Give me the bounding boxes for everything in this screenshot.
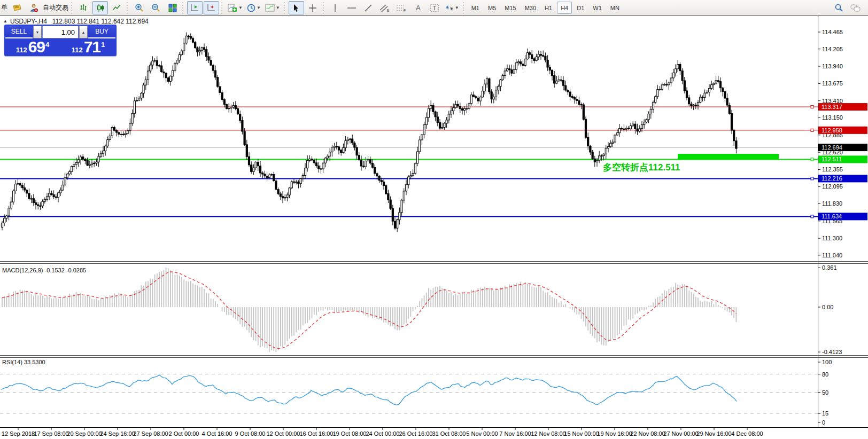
pivot-green-bar [678, 154, 779, 159]
svg-text:114.205: 114.205 [822, 46, 843, 52]
ohlc-values: 112.803 112.841 112.642 112.694 [52, 18, 149, 25]
svg-text:112.511: 112.511 [821, 156, 842, 162]
svg-text:12 Oct 00:00: 12 Oct 00:00 [267, 430, 300, 437]
rsi-line [1, 375, 737, 405]
price-axis: 114.465114.205113.940113.675113.410113.1… [818, 29, 867, 426]
chart-title: ▲USDJPY-,H4112.803 112.841 112.642 112.6… [3, 18, 149, 25]
svg-text:0.00: 0.00 [822, 304, 833, 310]
chart-canvas[interactable]: 114.465114.205113.940113.675113.410113.1… [0, 0, 868, 439]
svg-text:113.940: 113.940 [822, 63, 843, 69]
svg-text:111.300: 111.300 [822, 235, 842, 241]
svg-text:113.410: 113.410 [822, 98, 843, 104]
svg-text:4 Oct 16:00: 4 Oct 16:00 [202, 430, 232, 437]
svg-text:31 Oct 08:00: 31 Oct 08:00 [432, 430, 466, 437]
svg-text:22 Nov 08:00: 22 Nov 08:00 [630, 430, 665, 437]
chart-frame [0, 16, 868, 428]
svg-text:114.465: 114.465 [822, 29, 843, 35]
rsi-pane [0, 374, 818, 413]
svg-text:112.958: 112.958 [821, 127, 842, 134]
sell-price-big: 69 [28, 39, 45, 55]
svg-text:-0.4123: -0.4123 [822, 349, 842, 355]
svg-text:24 Sep 16:00: 24 Sep 16:00 [100, 430, 135, 437]
svg-text:27 Sep 08:00: 27 Sep 08:00 [133, 430, 168, 437]
sell-price-small: 112 [16, 46, 27, 53]
svg-text:29 Nov 16:00: 29 Nov 16:00 [696, 430, 731, 437]
macd-histogram [2, 268, 736, 352]
svg-text:0.361: 0.361 [822, 264, 837, 271]
svg-text:19 Oct 08:00: 19 Oct 08:00 [333, 430, 367, 437]
rsi-indicator-label: RSI(14) 33.5300 [2, 359, 45, 365]
buy-button[interactable]: BUY [88, 26, 115, 38]
svg-text:50: 50 [822, 389, 828, 396]
svg-text:80: 80 [822, 371, 828, 378]
svg-text:16 Oct 16:00: 16 Oct 16:00 [300, 430, 334, 437]
symbol-timeframe-label: USDJPY-,H4 [10, 18, 47, 25]
svg-text:111.040: 111.040 [822, 252, 842, 258]
candlestick-series [1, 32, 737, 232]
svg-text:112.694: 112.694 [821, 144, 842, 151]
svg-text:19 Nov 16:00: 19 Nov 16:00 [597, 430, 632, 437]
svg-text:27 Nov 00:00: 27 Nov 00:00 [663, 430, 698, 437]
volume-down-button[interactable]: ▼ [33, 26, 42, 38]
svg-text:113.150: 113.150 [822, 114, 843, 121]
sell-price-button[interactable]: 112694 [5, 40, 60, 55]
macd-indicator-label: MACD(12,26,9) -0.1532 -0.0285 [2, 267, 86, 273]
svg-text:100: 100 [822, 359, 832, 365]
buy-price-pip: 1 [101, 41, 105, 48]
volume-up-button[interactable]: ▲ [79, 26, 88, 38]
svg-text:12 Nov 08:00: 12 Nov 08:00 [531, 430, 565, 437]
price-hlines [0, 106, 818, 218]
svg-text:26 Oct 16:00: 26 Oct 16:00 [399, 430, 433, 437]
svg-text:24 Oct 00:00: 24 Oct 00:00 [366, 430, 400, 437]
date-axis: 12 Sep 201817 Sep 08:0020 Sep 00:0024 Se… [2, 427, 763, 437]
svg-text:17 Sep 08:00: 17 Sep 08:00 [34, 430, 68, 437]
svg-text:112.095: 112.095 [822, 183, 843, 190]
svg-text:113.675: 113.675 [822, 80, 843, 87]
svg-text:20 Sep 00:00: 20 Sep 00:00 [67, 430, 102, 437]
svg-text:111.830: 111.830 [822, 200, 842, 207]
buy-price-big: 71 [84, 39, 100, 55]
one-click-trading-panel: SELL ▼ ▲ BUY 112694 112711 [4, 25, 117, 56]
svg-text:15 Nov 00:00: 15 Nov 00:00 [564, 430, 599, 437]
sell-price-pip: 4 [45, 41, 49, 48]
svg-text:113.317: 113.317 [821, 104, 842, 110]
svg-text:15: 15 [822, 410, 828, 417]
svg-text:4 Dec 08:00: 4 Dec 08:00 [731, 430, 763, 437]
sell-button[interactable]: SELL [5, 26, 33, 38]
svg-text:111.634: 111.634 [821, 213, 842, 219]
buy-price-button[interactable]: 112711 [61, 40, 115, 55]
volume-input[interactable] [42, 26, 79, 38]
svg-text:0: 0 [822, 419, 825, 426]
svg-text:12 Sep 2018: 12 Sep 2018 [2, 430, 35, 437]
one-click-collapse-icon[interactable]: ▲ [3, 19, 7, 23]
pivot-highlight [678, 154, 779, 159]
svg-text:7 Nov 16:00: 7 Nov 16:00 [499, 430, 531, 437]
pivot-annotation-text: 多空转折点112.511 [603, 161, 680, 174]
svg-text:9 Oct 08:00: 9 Oct 08:00 [235, 430, 266, 437]
svg-text:112.216: 112.216 [821, 175, 842, 182]
svg-text:2 Oct 00:00: 2 Oct 00:00 [169, 430, 199, 437]
svg-text:5 Nov 00:00: 5 Nov 00:00 [466, 430, 498, 437]
svg-text:112.355: 112.355 [822, 166, 843, 173]
buy-price-small: 112 [72, 46, 83, 53]
